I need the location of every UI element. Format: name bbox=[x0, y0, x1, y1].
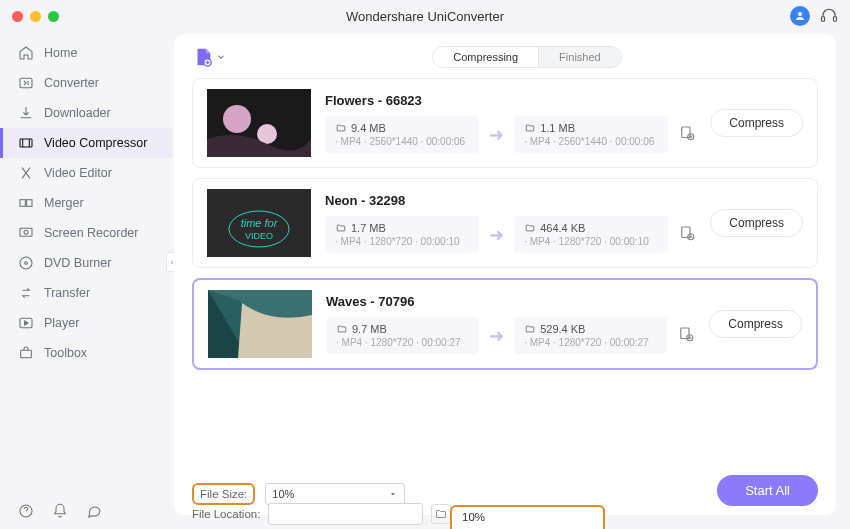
bell-icon[interactable] bbox=[52, 503, 68, 519]
sidebar-item-downloader[interactable]: Downloader bbox=[0, 98, 172, 128]
add-file-icon bbox=[192, 46, 214, 68]
svg-rect-12 bbox=[21, 350, 32, 357]
filesize-label: File Size: bbox=[192, 483, 255, 505]
compress-button[interactable]: Compress bbox=[710, 209, 803, 237]
add-file-button[interactable] bbox=[192, 46, 226, 68]
sidebar-label: Screen Recorder bbox=[44, 226, 139, 240]
source-meta: 1.7 MB · MP4 · 1280*720 · 00:00:10 bbox=[325, 216, 479, 253]
sidebar: Home Converter Downloader Video Compress… bbox=[0, 32, 172, 529]
support-icon[interactable] bbox=[820, 7, 838, 25]
file-card[interactable]: Waves - 70796 9.7 MB · MP4 · 1280*720 · … bbox=[192, 278, 818, 370]
gear-icon bbox=[678, 124, 696, 142]
download-icon bbox=[18, 105, 34, 121]
sidebar-item-video-editor[interactable]: Video Editor bbox=[0, 158, 172, 188]
sidebar-label: Video Compressor bbox=[44, 136, 147, 150]
help-icon[interactable] bbox=[18, 503, 34, 519]
dropdown-option[interactable]: 10% bbox=[452, 509, 603, 525]
sidebar-item-screen-recorder[interactable]: Screen Recorder bbox=[0, 218, 172, 248]
settings-button[interactable] bbox=[678, 224, 696, 246]
settings-button[interactable] bbox=[677, 325, 695, 347]
folder-icon bbox=[335, 123, 347, 133]
sidebar-item-dvd-burner[interactable]: DVD Burner bbox=[0, 248, 172, 278]
compress-button[interactable]: Compress bbox=[709, 310, 802, 338]
browse-folder-button[interactable] bbox=[431, 504, 451, 524]
sidebar-label: Transfer bbox=[44, 286, 90, 300]
toolbox-icon bbox=[18, 345, 34, 361]
account-avatar[interactable] bbox=[790, 6, 810, 26]
converter-icon bbox=[18, 75, 34, 91]
compressor-icon bbox=[18, 135, 34, 151]
sidebar-label: Merger bbox=[44, 196, 84, 210]
maximize-window-button[interactable] bbox=[48, 11, 59, 22]
svg-point-0 bbox=[798, 12, 802, 16]
minimize-window-button[interactable] bbox=[30, 11, 41, 22]
file-card[interactable]: Flowers - 66823 9.4 MB · MP4 · 2560*1440… bbox=[192, 78, 818, 168]
chevron-down-icon bbox=[388, 489, 398, 499]
thumbnail bbox=[208, 290, 312, 358]
sidebar-label: Converter bbox=[44, 76, 99, 90]
tab-finished[interactable]: Finished bbox=[539, 47, 621, 67]
file-title: Waves - 70796 bbox=[326, 294, 695, 309]
sidebar-item-transfer[interactable]: Transfer bbox=[0, 278, 172, 308]
sidebar-item-merger[interactable]: Merger bbox=[0, 188, 172, 218]
arrow-icon: ➜ bbox=[489, 224, 504, 246]
sidebar-label: Home bbox=[44, 46, 77, 60]
home-icon bbox=[18, 45, 34, 61]
file-card[interactable]: time forVIDEO Neon - 32298 1.7 MB · MP4 … bbox=[192, 178, 818, 268]
file-title: Neon - 32298 bbox=[325, 193, 696, 208]
target-meta: 529.4 KB · MP4 · 1280*720 · 00:00:27 bbox=[514, 317, 667, 354]
svg-point-9 bbox=[20, 257, 32, 269]
target-meta: 1.1 MB · MP4 · 2560*1440 · 00:00:06 bbox=[514, 116, 668, 153]
chevron-down-icon bbox=[216, 52, 226, 62]
folder-icon bbox=[336, 324, 348, 334]
file-title: Flowers - 66823 bbox=[325, 93, 696, 108]
thumbnail bbox=[207, 89, 311, 157]
target-meta: 464.4 KB · MP4 · 1280*720 · 00:00:10 bbox=[514, 216, 668, 253]
start-all-button[interactable]: Start All bbox=[717, 475, 818, 506]
close-window-button[interactable] bbox=[12, 11, 23, 22]
svg-rect-28 bbox=[681, 328, 689, 339]
merger-icon bbox=[18, 195, 34, 211]
settings-button[interactable] bbox=[678, 124, 696, 146]
svg-rect-18 bbox=[682, 127, 690, 138]
gear-icon bbox=[677, 325, 695, 343]
source-meta: 9.7 MB · MP4 · 1280*720 · 00:00:27 bbox=[326, 317, 479, 354]
dvd-icon bbox=[18, 255, 34, 271]
sidebar-item-home[interactable]: Home bbox=[0, 38, 172, 68]
svg-rect-5 bbox=[20, 200, 25, 207]
svg-text:time for: time for bbox=[241, 217, 279, 229]
sidebar-item-converter[interactable]: Converter bbox=[0, 68, 172, 98]
filesize-dropdown-list: 10% 20% 30% 40% 50% 60% bbox=[450, 505, 605, 529]
svg-text:VIDEO: VIDEO bbox=[245, 231, 273, 241]
sidebar-label: Toolbox bbox=[44, 346, 87, 360]
svg-rect-2 bbox=[834, 17, 837, 22]
svg-rect-4 bbox=[20, 139, 32, 147]
chat-icon[interactable] bbox=[86, 503, 102, 519]
filesize-dropdown[interactable]: 10% bbox=[265, 483, 405, 505]
sidebar-label: Downloader bbox=[44, 106, 111, 120]
sidebar-item-player[interactable]: Player bbox=[0, 308, 172, 338]
arrow-icon: ➜ bbox=[489, 325, 504, 347]
compress-button[interactable]: Compress bbox=[710, 109, 803, 137]
folder-icon bbox=[435, 508, 447, 520]
folder-icon bbox=[524, 123, 536, 133]
gear-icon bbox=[678, 224, 696, 242]
folder-icon bbox=[524, 324, 536, 334]
window-controls bbox=[12, 11, 59, 22]
svg-point-8 bbox=[24, 230, 28, 234]
svg-point-10 bbox=[25, 262, 28, 265]
tab-compressing[interactable]: Compressing bbox=[433, 47, 539, 67]
location-input[interactable] bbox=[268, 503, 423, 525]
sidebar-item-video-compressor[interactable]: Video Compressor bbox=[0, 128, 172, 158]
titlebar: Wondershare UniConverter bbox=[0, 0, 850, 32]
thumbnail: time forVIDEO bbox=[207, 189, 311, 257]
status-tabs: Compressing Finished bbox=[432, 46, 621, 68]
svg-rect-1 bbox=[822, 17, 825, 22]
player-icon bbox=[18, 315, 34, 331]
svg-rect-7 bbox=[20, 228, 32, 236]
source-meta: 9.4 MB · MP4 · 2560*1440 · 00:00:06 bbox=[325, 116, 479, 153]
sidebar-label: DVD Burner bbox=[44, 256, 111, 270]
dropdown-option[interactable]: 20% bbox=[452, 525, 603, 529]
editor-icon bbox=[18, 165, 34, 181]
sidebar-item-toolbox[interactable]: Toolbox bbox=[0, 338, 172, 368]
